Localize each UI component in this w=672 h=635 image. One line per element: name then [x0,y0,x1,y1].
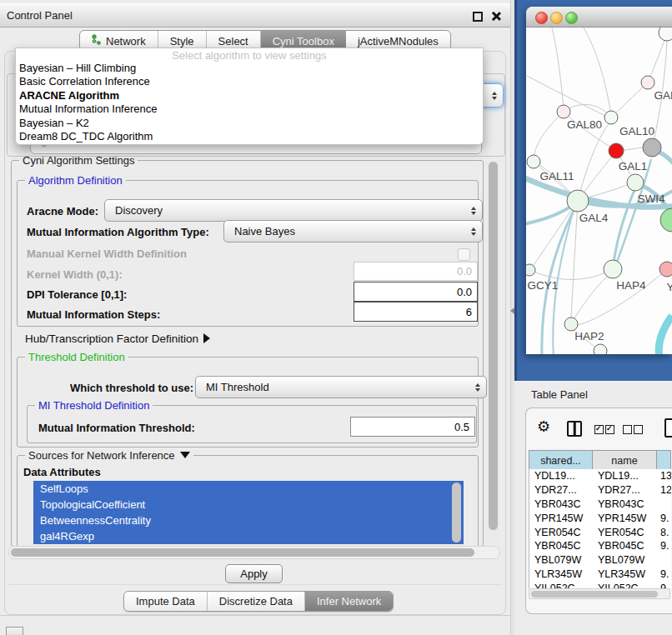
dropdown-item-dream8-dc-tdc-algorithm[interactable]: Dream8 DC_TDC Algorithm [16,130,483,143]
table-cell: 9. [657,568,671,580]
hub-section-toggle[interactable]: Hub/Transcription Factor Definition [25,332,210,345]
control-panel-titlebar: Control Panel [0,3,510,28]
manual-kernel-checkbox[interactable] [458,248,470,261]
node-swi4[interactable] [660,208,672,232]
list-item-topologicalcoefficient[interactable]: TopologicalCoefficient [33,497,464,512]
hub-section-label: Hub/Transcription Factor Definition [25,332,198,345]
table-cell: YDR27... [529,484,593,496]
sources-group-title[interactable]: Sources for Network Inference [25,449,193,462]
document-icon[interactable] [664,418,672,438]
deselect-all-icon[interactable] [634,425,643,434]
node-gal10[interactable] [609,143,624,158]
dropdown-item-basic-correlation-inference[interactable]: Basic Correlation Inference [16,75,483,88]
dropdown-item-aracne-algorithm[interactable]: ARACNE Algorithm [16,89,483,102]
node-gray[interactable] [643,138,661,157]
table-row[interactable]: YER054CYER054C8. [529,525,671,539]
columns-icon[interactable] [567,421,582,437]
column-header-partial[interactable] [657,451,671,470]
select-all-icon[interactable] [594,425,604,434]
node-label-gcy1: GCY1 [528,279,559,292]
list-scrollbar[interactable] [452,482,461,542]
node-label-gal: GAL [654,89,672,102]
deselect-all-icon[interactable] [623,425,632,434]
panel-corner-button[interactable] [6,627,23,635]
node-hap2[interactable] [564,318,578,331]
network-window-titlebar[interactable] [526,7,672,28]
node-pink-a[interactable] [641,76,654,89]
dropdown-item-bayesian-hill-climbing[interactable]: Bayesian – Hill Climbing [16,62,483,75]
dropdown-items: Bayesian – Hill ClimbingBasic Correlatio… [16,62,483,143]
zoom-traffic-light-icon[interactable] [565,12,578,24]
table-row[interactable]: YDL19...YDL19...13 [529,469,671,483]
list-item-gal4rgexp[interactable]: gal4RGexp [33,528,464,544]
node-bottom[interactable] [594,344,607,354]
kernel-width-field[interactable]: 0.0 [354,262,478,281]
node-gal1[interactable] [627,174,644,191]
tab-impute-data[interactable]: Impute Data [124,592,208,611]
table-row[interactable]: YPR145WYPR145W9. [529,511,671,525]
table-cell: YLR345W [529,568,593,580]
table-cell: YER054C [593,527,657,538]
which-threshold-combobox[interactable]: MI Threshold [195,376,487,398]
node-green-top[interactable] [604,111,618,124]
sources-title-text: Sources for Network Inference [28,449,175,462]
table-row[interactable]: YBR043CYBR043C [529,498,671,512]
tab-label: Infer Network [317,595,381,608]
minimize-traffic-light-icon[interactable] [550,12,563,24]
node-gcy1[interactable] [526,264,535,276]
mi-type-combobox[interactable]: Naive Bayes [223,220,483,242]
node-label-hap4: HAP4 [616,279,646,292]
float-panel-icon[interactable] [473,12,483,22]
close-traffic-light-icon[interactable] [535,12,548,24]
node-hap4[interactable] [604,260,622,278]
table-header-row: shared...name [529,450,671,471]
table-cell: YBR043C [529,498,593,510]
dropdown-item-mutual-information-inference[interactable]: Mutual Information Inference [16,102,483,116]
node-label-swi4: SWI4 [637,192,664,205]
settings-horizontal-scrollbar[interactable] [8,546,500,559]
network-view-window: GAL80GAL10GALGAL11GAL1SWI4GAL4GCY1HAP4YH… [526,7,672,354]
panel-divider [0,615,510,616]
table-row[interactable]: YLR345WYLR345W9. [529,568,671,582]
dropdown-item-bayesian-k2[interactable]: Bayesian – K2 [16,117,483,130]
node-top-right[interactable] [659,28,672,41]
node-pink-b[interactable] [659,262,672,277]
select-all-icon[interactable] [605,425,614,434]
panel-title: Control Panel [7,9,73,22]
table-cell: YBR045C [529,540,593,552]
network-canvas[interactable]: GAL80GAL10GALGAL11GAL1SWI4GAL4GCY1HAP4YH… [526,28,672,354]
node-gal4[interactable] [567,190,589,212]
mi-steps-field[interactable]: 6 [354,302,478,322]
table-row[interactable]: YBR045CYBR045C9. [529,539,671,553]
table-window: ⚙ shared...name YDL19...YDL19...13YDR27.… [525,408,672,614]
mi-threshold-field[interactable]: 0.5 [350,417,475,437]
tab-infer-network[interactable]: Infer Network [305,592,393,611]
list-item-selfloops[interactable]: SelfLoops [33,481,464,497]
table-cell: 12 [657,484,671,496]
table-horizontal-scrollbar[interactable] [529,588,670,599]
tab-discretize-data[interactable]: Discretize Data [208,592,305,611]
dpi-tolerance-value: 0.0 [457,286,472,298]
dpi-tolerance-field[interactable]: 0.0 [354,282,478,302]
aracne-mode-combobox[interactable]: Discovery [104,199,483,222]
settings-vertical-scrollbar[interactable] [487,160,499,543]
list-item-betweennesscentrality[interactable]: BetweennessCentrality [33,512,464,528]
node-label-gal10: GAL10 [619,125,654,138]
table-cell: YLR345W [593,568,657,580]
mi-steps-value: 6 [466,306,472,318]
app-window: Control Panel NetworkStyleSelectCyni Too… [0,0,672,635]
data-attributes-label: Data Attributes [23,466,101,478]
column-header-shared[interactable]: shared... [529,451,593,470]
close-icon[interactable] [491,12,500,21]
kernel-width-label: Kernel Width (0,1): [27,268,123,281]
apply-button[interactable]: Apply [225,564,283,583]
table-cell: 9 [657,582,671,588]
table-row[interactable]: YDR27...YDR27...12 [529,483,671,498]
column-header-name[interactable]: name [593,451,657,470]
node-gal80[interactable] [557,105,570,118]
kernel-width-value: 0.0 [457,265,472,278]
gear-icon[interactable]: ⚙ [537,419,550,434]
table-row[interactable]: YIL052CYIL052C9 [529,581,671,588]
table-row[interactable]: YBL079WYBL079W [529,553,671,568]
node-gal11[interactable] [527,155,540,168]
